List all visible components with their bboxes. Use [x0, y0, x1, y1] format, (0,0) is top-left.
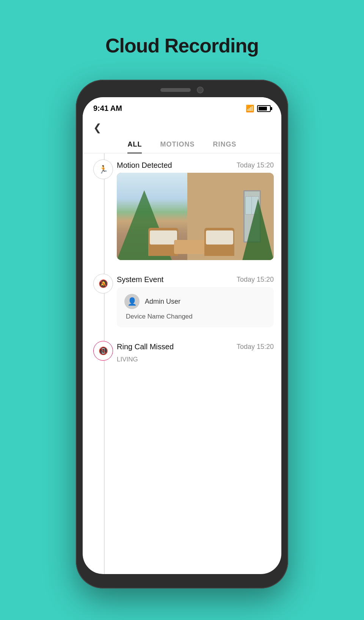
- system-event-header: System Event Today 15:20: [117, 268, 274, 287]
- phone-mockup: 9:41 AM 📶 ❮ ALL MOTIONS RINGS: [76, 80, 288, 588]
- timeline: 🏃 Motion Detected Today 15:20: [83, 153, 281, 574]
- phone-top-bar: [83, 87, 281, 93]
- phone-screen: 9:41 AM 📶 ❮ ALL MOTIONS RINGS: [83, 97, 281, 574]
- battery-icon: [257, 105, 271, 112]
- patio-chair-right: [204, 228, 235, 256]
- ring-sub-text: LIVING: [117, 356, 274, 363]
- patio-ottoman: [174, 240, 209, 254]
- ring-event-title: Ring Call Missed: [117, 342, 174, 351]
- patio-cushion-left: [150, 230, 177, 245]
- user-name: Admin User: [145, 298, 180, 306]
- timeline-item-system[interactable]: 🔕 System Event Today 15:20 👤 Admin User: [83, 268, 281, 327]
- status-time: 9:41 AM: [93, 104, 122, 113]
- event-card-detail: Device Name Changed: [124, 313, 266, 320]
- motion-event-time: Today 15:20: [237, 161, 274, 169]
- status-bar: 9:41 AM 📶: [83, 97, 281, 116]
- tab-motions[interactable]: MOTIONS: [160, 140, 195, 153]
- motion-event-header: Motion Detected Today 15:20: [117, 153, 274, 173]
- tab-all[interactable]: ALL: [127, 140, 142, 153]
- patio-cushion-right: [206, 230, 233, 245]
- back-button[interactable]: ❮: [83, 116, 281, 137]
- timeline-item-ring[interactable]: 📵 Ring Call Missed Today 15:20 LIVING: [83, 335, 281, 363]
- ring-icon-wrap: 📵: [93, 341, 113, 361]
- motion-icon-wrap: 🏃: [93, 159, 113, 179]
- timeline-item-motion[interactable]: 🏃 Motion Detected Today 15:20: [83, 153, 281, 260]
- user-avatar-icon: 👤: [127, 297, 137, 306]
- system-event-time: Today 15:20: [237, 276, 274, 284]
- wifi-icon: 📶: [246, 104, 254, 113]
- tab-rings[interactable]: RINGS: [213, 140, 236, 153]
- system-event-card: 👤 Admin User Device Name Changed: [117, 287, 274, 327]
- phone-speaker: [160, 88, 191, 92]
- page-title: Cloud Recording: [105, 34, 259, 57]
- system-event-title: System Event: [117, 275, 163, 284]
- phone-missed-icon: 📵: [99, 346, 108, 355]
- battery-fill: [259, 107, 267, 110]
- phone-camera: [197, 87, 204, 93]
- ring-event-time: Today 15:20: [237, 343, 274, 351]
- system-icon: 🔕: [99, 279, 108, 288]
- ring-event-header: Ring Call Missed Today 15:20: [117, 335, 274, 354]
- patio-furniture: [148, 221, 235, 256]
- event-card-user: 👤 Admin User: [124, 294, 266, 309]
- user-avatar: 👤: [124, 294, 140, 309]
- motion-thumbnail[interactable]: [117, 173, 274, 260]
- motion-event-title: Motion Detected: [117, 161, 172, 170]
- app-content: ❮ ALL MOTIONS RINGS 🏃 Motion Detected: [83, 116, 281, 574]
- patio-scene: [117, 173, 274, 260]
- system-icon-wrap: 🔕: [93, 274, 113, 293]
- status-icons: 📶: [246, 104, 271, 113]
- back-chevron-icon: ❮: [93, 122, 102, 133]
- tabs-bar: ALL MOTIONS RINGS: [83, 137, 281, 153]
- run-icon: 🏃: [99, 165, 108, 174]
